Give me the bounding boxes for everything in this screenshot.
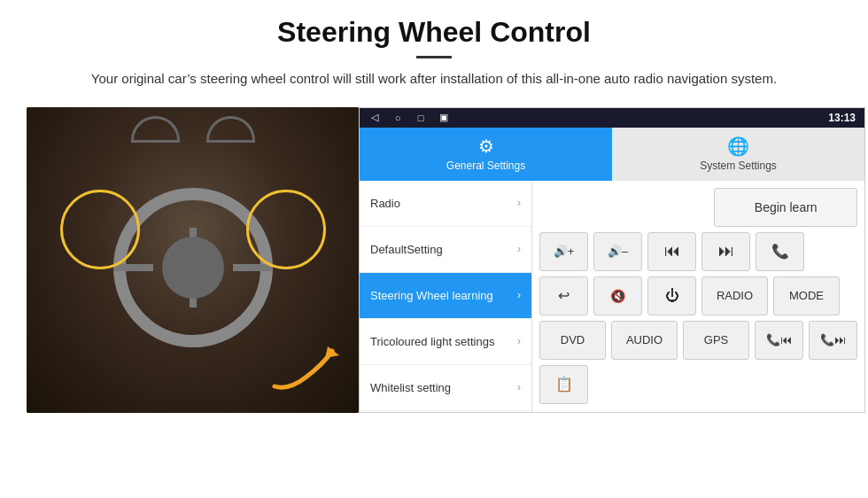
menu-item-steering-wheel[interactable]: Steering Wheel learning › (360, 273, 531, 319)
power-icon: ⏻ (665, 288, 679, 304)
chevron-defaultsetting-icon: › (517, 243, 521, 255)
vol-up-button[interactable]: 🔊+ (539, 232, 588, 271)
status-bar: ◁ ○ □ ▣ 13:13 (360, 108, 864, 128)
control-row-4: 📋 (539, 365, 857, 404)
menu-steering-label: Steering Wheel learning (370, 289, 493, 302)
dashboard-gauges (131, 116, 255, 143)
tab-general-settings[interactable]: ⚙ General Settings (360, 128, 612, 181)
control-row-2: ↩ 🔇 ⏻ RADIO MODE (539, 276, 857, 315)
tab-system-settings[interactable]: 🌐 System Settings (612, 128, 864, 181)
menu-item-tricoloured[interactable]: Tricoloured light settings › (360, 319, 531, 365)
recents-nav-icon[interactable]: □ (415, 112, 427, 124)
hangup-button[interactable]: ↩ (539, 276, 588, 315)
page-header: Steering Wheel Control Your original car… (0, 0, 868, 98)
phone-prev-icon: 📞⏮ (766, 333, 792, 346)
menu-item-whitelist[interactable]: Whitelist setting › (360, 365, 531, 411)
status-time: 13:13 (828, 112, 856, 124)
title-divider (416, 56, 452, 58)
next-track-button[interactable]: ⏭ (701, 232, 750, 271)
dvd-button[interactable]: DVD (539, 321, 606, 360)
chevron-whitelist-icon: › (517, 381, 521, 393)
mode-button[interactable]: MODE (773, 276, 840, 315)
settings-gear-icon: ⚙ (478, 136, 494, 157)
phone-icon: 📞 (771, 243, 789, 260)
chevron-tricoloured-icon: › (517, 335, 521, 347)
dvd-label: DVD (561, 333, 585, 346)
gauge-right (206, 116, 255, 143)
vol-up-icon: 🔊+ (554, 245, 575, 258)
content-area: ◁ ○ □ ▣ 13:13 ⚙ General Settings 🌐 Syste… (27, 107, 841, 413)
list-button[interactable]: 📋 (539, 365, 588, 404)
phone-prev-button[interactable]: 📞⏮ (755, 321, 803, 360)
phone-next-button[interactable]: 📞⏭ (809, 321, 857, 360)
top-tabs: ⚙ General Settings 🌐 System Settings (360, 128, 864, 181)
audio-label: AUDIO (626, 333, 663, 346)
page-title: Steering Wheel Control (53, 16, 815, 49)
highlight-circle-right (246, 190, 326, 269)
mute-icon: 🔇 (610, 289, 625, 303)
main-content: Radio › DefaultSetting › Steering Wheel … (360, 181, 864, 412)
prev-track-button[interactable]: ⏮ (647, 232, 696, 271)
prev-track-icon: ⏮ (664, 242, 680, 261)
radio-button[interactable]: RADIO (701, 276, 768, 315)
tab-general-label: General Settings (446, 160, 525, 172)
gps-button[interactable]: GPS (683, 321, 749, 360)
menu-whitelist-label: Whitelist setting (370, 381, 451, 394)
cast-nav-icon[interactable]: ▣ (438, 112, 450, 124)
arrow-overlay (270, 342, 341, 395)
menu-defaultsetting-label: DefaultSetting (370, 243, 443, 256)
mode-label: MODE (789, 289, 824, 302)
home-nav-icon[interactable]: ○ (391, 112, 404, 124)
gps-label: GPS (704, 333, 728, 346)
page-wrapper: Steering Wheel Control Your original car… (0, 0, 868, 413)
car-image (27, 107, 359, 413)
control-row-1: 🔊+ 🔊– ⏮ ⏭ 📞 (539, 232, 857, 271)
menu-radio-label: Radio (370, 197, 400, 210)
svg-marker-0 (325, 346, 339, 358)
menu-item-radio[interactable]: Radio › (360, 181, 531, 227)
menu-tricoloured-label: Tricoloured light settings (370, 335, 494, 348)
chevron-steering-icon: › (517, 289, 521, 301)
mute-button[interactable]: 🔇 (593, 276, 642, 315)
radio-label: RADIO (717, 289, 753, 302)
list-icon: 📋 (555, 376, 573, 393)
left-menu: Radio › DefaultSetting › Steering Wheel … (360, 181, 532, 412)
hangup-icon: ↩ (558, 287, 570, 304)
control-row-3: DVD AUDIO GPS 📞⏮ 📞⏭ (539, 321, 857, 360)
power-button[interactable]: ⏻ (647, 276, 696, 315)
tab-system-label: System Settings (700, 160, 777, 172)
menu-item-defaultsetting[interactable]: DefaultSetting › (360, 227, 531, 273)
gauge-left (131, 116, 180, 143)
android-screen: ◁ ○ □ ▣ 13:13 ⚙ General Settings 🌐 Syste… (359, 107, 865, 413)
right-panel: Begin learn 🔊+ 🔊– ⏮ (532, 181, 864, 412)
highlight-circle-left (60, 190, 140, 269)
chevron-radio-icon: › (517, 197, 521, 209)
next-track-icon: ⏭ (718, 242, 734, 261)
page-subtitle: Your original car’s steering wheel contr… (53, 69, 815, 89)
phone-button[interactable]: 📞 (756, 232, 804, 271)
audio-button[interactable]: AUDIO (611, 321, 678, 360)
vol-down-button[interactable]: 🔊– (593, 232, 642, 271)
back-nav-icon[interactable]: ◁ (368, 112, 381, 124)
vol-down-icon: 🔊– (608, 245, 628, 258)
globe-settings-icon: 🌐 (727, 136, 749, 157)
phone-next-icon: 📞⏭ (820, 333, 846, 346)
empty-spacer (539, 188, 709, 227)
begin-learn-button[interactable]: Begin learn (714, 188, 857, 227)
begin-learn-row: Begin learn (539, 188, 857, 227)
